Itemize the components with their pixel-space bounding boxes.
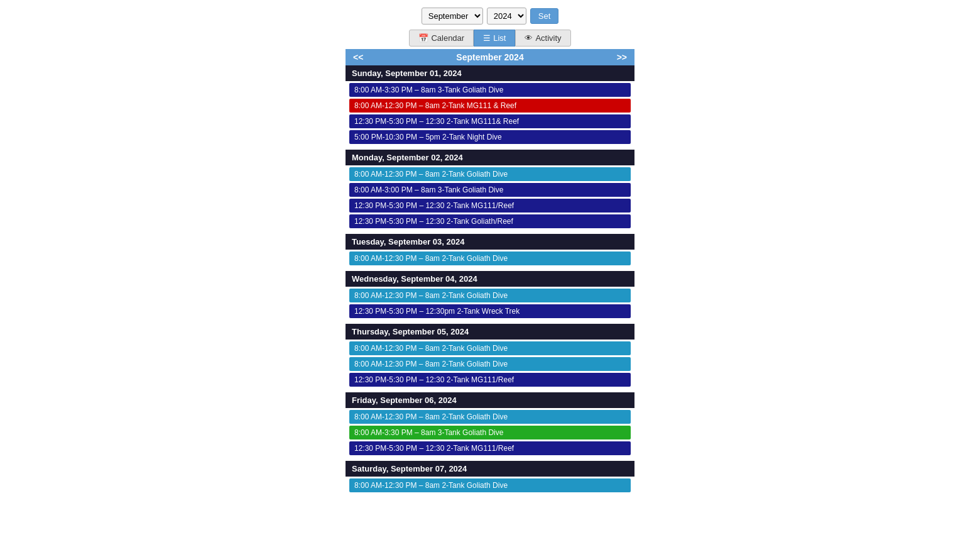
day-section: Wednesday, September 04, 20248:00 AM-12:… <box>346 271 634 320</box>
day-section: Tuesday, September 03, 20248:00 AM-12:30… <box>346 234 634 267</box>
day-section: Saturday, September 07, 20248:00 AM-12:3… <box>346 461 634 494</box>
day-header: Sunday, September 01, 2024 <box>346 65 634 81</box>
day-header: Wednesday, September 04, 2024 <box>346 271 634 287</box>
days-container: Sunday, September 01, 20248:00 AM-3:30 P… <box>346 65 634 494</box>
day-section: Monday, September 02, 20248:00 AM-12:30 … <box>346 150 634 230</box>
event-item[interactable]: 5:00 PM-10:30 PM – 5pm 2-Tank Night Dive <box>349 130 631 144</box>
day-header: Friday, September 06, 2024 <box>346 392 634 408</box>
view-tabs: 📅 Calendar ☰ List 👁 Activity <box>0 30 980 47</box>
events-list: 8:00 AM-12:30 PM – 8am 2-Tank Goliath Di… <box>346 287 634 320</box>
calendar-icon: 📅 <box>418 33 428 43</box>
events-list: 8:00 AM-12:30 PM – 8am 2-Tank Goliath Di… <box>346 477 634 494</box>
day-header: Saturday, September 07, 2024 <box>346 461 634 477</box>
event-item[interactable]: 8:00 AM-12:30 PM – 8am 2-Tank Goliath Di… <box>349 478 631 492</box>
event-item[interactable]: 8:00 AM-12:30 PM – 8am 2-Tank Goliath Di… <box>349 289 631 302</box>
events-list: 8:00 AM-12:30 PM – 8am 2-Tank Goliath Di… <box>346 165 634 230</box>
event-item[interactable]: 8:00 AM-3:30 PM – 8am 3-Tank Goliath Div… <box>349 83 631 97</box>
tab-calendar[interactable]: 📅 Calendar <box>409 30 474 47</box>
year-select[interactable]: 2022202320242025 <box>487 8 526 25</box>
events-list: 8:00 AM-12:30 PM – 8am 2-Tank Goliath Di… <box>346 408 634 457</box>
day-header: Tuesday, September 03, 2024 <box>346 234 634 250</box>
tab-activity-label: Activity <box>535 33 561 43</box>
event-item[interactable]: 8:00 AM-12:30 PM – 8am 2-Tank Goliath Di… <box>349 357 631 371</box>
month-title: September 2024 <box>366 52 614 62</box>
next-month-button[interactable]: >> <box>614 52 629 62</box>
list-icon: ☰ <box>483 33 491 43</box>
day-header: Thursday, September 05, 2024 <box>346 324 634 340</box>
month-select[interactable]: JanuaryFebruaryMarchAprilMayJuneJulyAugu… <box>422 8 483 25</box>
tab-activity[interactable]: 👁 Activity <box>515 30 570 47</box>
event-item[interactable]: 12:30 PM-5:30 PM – 12:30pm 2-Tank Wreck … <box>349 304 631 318</box>
events-list: 8:00 AM-3:30 PM – 8am 3-Tank Goliath Div… <box>346 81 634 146</box>
tab-calendar-label: Calendar <box>431 33 464 43</box>
day-header: Monday, September 02, 2024 <box>346 150 634 165</box>
month-header: << September 2024 >> <box>346 49 634 65</box>
top-controls: JanuaryFebruaryMarchAprilMayJuneJulyAugu… <box>0 0 980 30</box>
day-section: Thursday, September 05, 20248:00 AM-12:3… <box>346 324 634 389</box>
event-item[interactable]: 12:30 PM-5:30 PM – 12:30 2-Tank Goliath/… <box>349 214 631 228</box>
activity-icon: 👁 <box>525 33 533 43</box>
event-item[interactable]: 8:00 AM-12:30 PM – 8am 2-Tank Goliath Di… <box>349 341 631 355</box>
event-item[interactable]: 8:00 AM-12:30 PM – 8am 2-Tank Goliath Di… <box>349 167 631 181</box>
event-item[interactable]: 8:00 AM-3:30 PM – 8am 3-Tank Goliath Div… <box>349 426 631 439</box>
events-list: 8:00 AM-12:30 PM – 8am 2-Tank Goliath Di… <box>346 250 634 267</box>
events-list: 8:00 AM-12:30 PM – 8am 2-Tank Goliath Di… <box>346 340 634 389</box>
event-item[interactable]: 8:00 AM-12:30 PM – 8am 2-Tank Goliath Di… <box>349 251 631 265</box>
event-item[interactable]: 8:00 AM-12:30 PM – 8am 2-Tank Goliath Di… <box>349 410 631 424</box>
day-section: Friday, September 06, 20248:00 AM-12:30 … <box>346 392 634 457</box>
event-item[interactable]: 12:30 PM-5:30 PM – 12:30 2-Tank MG111/Re… <box>349 441 631 455</box>
set-button[interactable]: Set <box>530 8 559 24</box>
tab-list[interactable]: ☰ List <box>474 30 515 47</box>
event-item[interactable]: 8:00 AM-12:30 PM – 8am 2-Tank MG111 & Re… <box>349 99 631 113</box>
tab-list-label: List <box>493 33 506 43</box>
day-section: Sunday, September 01, 20248:00 AM-3:30 P… <box>346 65 634 146</box>
event-item[interactable]: 12:30 PM-5:30 PM – 12:30 2-Tank MG111& R… <box>349 114 631 128</box>
prev-month-button[interactable]: << <box>351 52 366 62</box>
event-item[interactable]: 12:30 PM-5:30 PM – 12:30 2-Tank MG111/Re… <box>349 373 631 387</box>
event-item[interactable]: 12:30 PM-5:30 PM – 12:30 2-Tank MG111/Re… <box>349 199 631 213</box>
event-item[interactable]: 8:00 AM-3:00 PM – 8am 3-Tank Goliath Div… <box>349 183 631 197</box>
calendar-container: << September 2024 >> Sunday, September 0… <box>346 49 634 494</box>
